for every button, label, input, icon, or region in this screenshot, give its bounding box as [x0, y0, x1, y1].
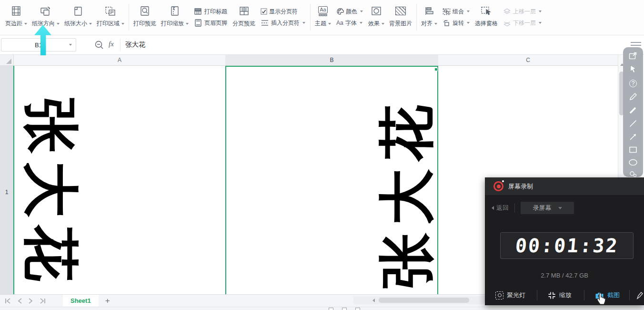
- column-header-c[interactable]: C: [438, 55, 618, 65]
- selection-pane-icon: [480, 4, 493, 18]
- selection-border-left: [225, 66, 226, 294]
- storage-usage-text: 2.7 MB / 42.7 GB: [485, 272, 644, 279]
- paper-orientation-button[interactable]: 纸张方向: [30, 3, 62, 31]
- dropdown-caret-icon: [328, 23, 331, 25]
- screen-recorder-panel: 屏幕录制 返回 录屏幕 00:01:32 2.7 MB / 42.7 GB 聚光…: [485, 177, 644, 305]
- paper-orientation-icon: [40, 4, 52, 18]
- selection-pane-button[interactable]: 选择窗格: [473, 3, 500, 31]
- zoom-arrows-icon: [548, 291, 556, 300]
- next-sheet-icon[interactable]: [28, 298, 33, 304]
- recorder-divider: [629, 290, 630, 300]
- rotate-button[interactable]: 旋转: [443, 19, 470, 27]
- paper-size-button[interactable]: 纸张大小: [62, 3, 94, 31]
- fx-icon[interactable]: fx: [109, 40, 114, 48]
- selection-border-right: [437, 66, 438, 294]
- align-icon: [424, 4, 434, 18]
- view-normal-icon[interactable]: [329, 308, 333, 310]
- header-footer-button[interactable]: 页眉页脚: [194, 19, 227, 27]
- bring-forward-button[interactable]: 上移一层: [503, 8, 542, 16]
- row-header-1[interactable]: 1: [0, 66, 13, 294]
- name-box[interactable]: B1: [1, 38, 76, 52]
- dropdown-caret-icon: [121, 23, 124, 25]
- formula-bar-divider: [120, 39, 121, 51]
- print-titles-icon: [194, 8, 202, 15]
- pagebreak-preview-button[interactable]: 分页预览: [230, 3, 258, 31]
- print-area-button[interactable]: 打印区域: [94, 3, 127, 31]
- formula-bar-row: B1 fx 张大花: [0, 35, 644, 55]
- spotlight-button[interactable]: 聚光灯: [495, 291, 525, 300]
- screen-annotation-toolbar: ?: [623, 47, 643, 177]
- recording-timer-display: 00:01:32: [500, 232, 634, 259]
- margins-button[interactable]: 页边距: [3, 3, 30, 31]
- view-layout-icon[interactable]: [342, 308, 347, 310]
- theme-button[interactable]: Aa 主题: [312, 3, 333, 31]
- recorder-title: 屏幕录制: [508, 182, 533, 191]
- dropdown-caret-icon: [467, 10, 470, 12]
- insert-pagebreak-button[interactable]: 插入分页符: [261, 19, 305, 27]
- dropdown-caret-icon: [467, 22, 470, 24]
- print-area-icon: [104, 4, 117, 18]
- dropdown-caret-icon: [539, 10, 542, 12]
- print-scale-button[interactable]: 打印缩放: [159, 3, 191, 31]
- cursor-icon[interactable]: [628, 64, 638, 74]
- checkbox-checked-icon: [261, 8, 267, 15]
- scroll-left-icon[interactable]: [372, 299, 375, 302]
- view-break-icon[interactable]: [355, 308, 360, 310]
- paper-size-icon: [72, 4, 84, 18]
- print-preview-button[interactable]: 打印预览: [131, 3, 159, 31]
- horizontal-scrollbar-thumb[interactable]: [379, 298, 469, 303]
- back-button[interactable]: 返回: [492, 204, 509, 212]
- print-scale-icon: [169, 4, 181, 18]
- dropdown-caret-icon: [382, 23, 384, 25]
- recorder-divider: [537, 290, 537, 300]
- ellipse-tool-icon[interactable]: [628, 159, 638, 165]
- group-button[interactable]: 组合: [443, 8, 470, 16]
- margins-icon: [10, 4, 22, 18]
- record-mode-dropdown[interactable]: 录屏幕: [521, 202, 574, 214]
- recorder-divider: [584, 290, 584, 300]
- recorder-title-bar[interactable]: 屏幕录制: [485, 177, 644, 195]
- bring-forward-icon: [503, 8, 511, 15]
- first-sheet-icon[interactable]: [5, 298, 12, 304]
- formula-input[interactable]: 张大花: [125, 41, 145, 49]
- recorder-mode-row: 返回 录屏幕: [492, 202, 644, 214]
- panel-menu-icon[interactable]: [631, 40, 641, 48]
- theme-fonts-button[interactable]: Aa 字体: [336, 19, 363, 27]
- tab-sheet1[interactable]: Sheet1: [63, 295, 99, 307]
- send-backward-icon: [503, 20, 511, 27]
- select-all-corner[interactable]: [0, 55, 14, 65]
- horizontal-scrollbar[interactable]: [353, 296, 485, 304]
- add-sheet-button[interactable]: +: [105, 297, 110, 305]
- zoom-button[interactable]: 缩放: [548, 291, 572, 300]
- show-pagebreaks-checkbox[interactable]: 显示分页符: [261, 8, 305, 16]
- share-icon[interactable]: [629, 52, 637, 59]
- background-picture-icon: [395, 4, 406, 18]
- effects-button[interactable]: 效果: [366, 3, 387, 31]
- line-icon[interactable]: [629, 119, 637, 127]
- background-picture-button[interactable]: 背景图片: [387, 3, 414, 31]
- rectangle-tool-icon[interactable]: [629, 146, 637, 153]
- align-button[interactable]: 对齐: [419, 3, 440, 31]
- column-header-b[interactable]: B: [225, 55, 438, 65]
- header-footer-icon: [194, 19, 202, 27]
- selection-border-top: [225, 66, 438, 67]
- prev-sheet-icon[interactable]: [17, 298, 23, 304]
- ribbon-separator: [416, 4, 417, 31]
- send-backward-button[interactable]: 下移一层: [503, 19, 542, 27]
- dropdown-caret-icon: [539, 22, 542, 24]
- selection-fill-handle[interactable]: [434, 68, 438, 71]
- highlighter-icon[interactable]: [629, 106, 637, 114]
- status-bar: [0, 307, 644, 310]
- column-header-a[interactable]: A: [14, 55, 225, 65]
- theme-colors-button[interactable]: 颜色: [336, 8, 363, 16]
- pen-icon[interactable]: [629, 93, 637, 101]
- dropdown-caret-icon: [360, 22, 362, 24]
- help-icon[interactable]: ?: [629, 80, 637, 87]
- annotate-pen-icon[interactable]: [636, 291, 643, 300]
- arrow-icon[interactable]: [629, 133, 637, 141]
- settings-icon[interactable]: [629, 171, 637, 177]
- last-sheet-icon[interactable]: [38, 298, 46, 304]
- rotate-icon: [443, 20, 451, 27]
- zoom-formula-icon[interactable]: [94, 40, 105, 51]
- print-titles-button[interactable]: 打印标题: [194, 8, 227, 16]
